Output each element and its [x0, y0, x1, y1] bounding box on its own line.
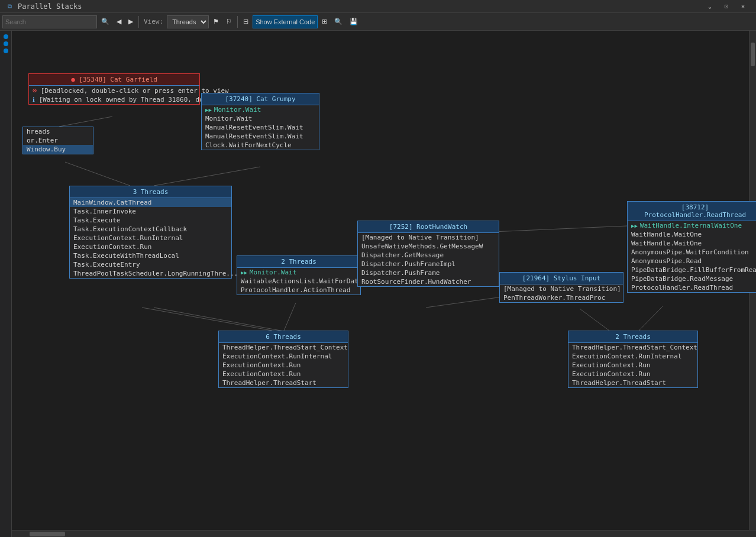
separator-2 — [237, 16, 238, 28]
two-threads-left-row-1: ▶▶Monitor.Wait — [237, 268, 360, 277]
protocol-handler-row-3: WaitHandle.WaitOne — [628, 239, 756, 248]
svg-line-4 — [142, 308, 272, 331]
gutter-dot-1 — [4, 34, 8, 39]
gutter-dot-3 — [4, 48, 8, 53]
two-threads-right-header: 2 Threads — [568, 331, 697, 343]
deadlock-title: [35348] Cat Garfield — [79, 76, 157, 83]
cat-grumpy-row-4: ManualResetEventSlim.Wait — [202, 132, 319, 141]
search2-button[interactable]: 🔍 — [331, 15, 345, 28]
two-threads-left-row-2: WaitableActionsList.WaitForData — [237, 277, 360, 286]
error-icon-1: ⊗ — [33, 86, 37, 95]
two-threads-left-row-3: ProtocolHandler.ActionThread — [237, 286, 360, 295]
protocol-handler-row-5: AnonymousPipe.Read — [628, 257, 756, 266]
two-threads-right-row-1: ThreadHelper.ThreadStart_Context — [568, 343, 697, 352]
two-threads-right-row-2: ExecutionContext.RunInternal — [568, 352, 697, 361]
cat-grumpy-row-5: Clock.WaitForNextCycle — [202, 141, 319, 150]
search-icon-button[interactable]: 🔍 — [98, 15, 112, 28]
three-threads-node[interactable]: 3 Threads MainWindow.CatThread Task.Inne… — [69, 186, 232, 279]
next-button[interactable]: ▶ — [125, 15, 136, 28]
svg-line-10 — [639, 306, 663, 331]
active-indicator-2: ▶▶ — [241, 270, 247, 276]
minimize-button[interactable]: ⌄ — [702, 0, 718, 13]
six-threads-node[interactable]: 6 Threads ThreadHelper.ThreadStart_Conte… — [218, 331, 348, 388]
protocol-handler-row-2: WaitHandle.WaitOne — [628, 230, 756, 239]
deadlock-header: ● [35348] Cat Garfield — [29, 74, 199, 86]
title-bar: ⧉ Parallel Stacks ⌄ ⊡ ✕ — [0, 0, 756, 13]
svg-line-9 — [580, 309, 609, 331]
close-button[interactable]: ✕ — [735, 0, 751, 13]
prev-button[interactable]: ◀ — [114, 15, 124, 28]
protocol-handler-row-4: AnonymousPipe.WaitForCondition — [628, 248, 756, 257]
six-threads-row-1: ThreadHelper.ThreadStart_Context — [219, 343, 348, 352]
horizontal-scrollbar[interactable] — [12, 530, 756, 537]
separator-1 — [138, 16, 139, 28]
root-hwnd-watch-row-1: [Managed to Native Transition] — [358, 233, 499, 242]
protocol-handler-row-6: PipeDataBridge.FillBufferFromReadPipe — [628, 266, 756, 274]
vertical-scrollbar-thumb[interactable] — [751, 43, 755, 66]
six-threads-row-5: ThreadHelper.ThreadStart — [219, 379, 348, 387]
root-hwnd-watch-row-5: Dispatcher.PushFrame — [358, 268, 499, 277]
six-threads-header: 6 Threads — [219, 331, 348, 343]
canvas: ● [35348] Cat Garfield ⊗ [Deadlocked, do… — [12, 31, 756, 537]
gutter-dot-2 — [4, 41, 8, 46]
small-left-row-2: or.Enter — [23, 136, 93, 145]
app-icon: ⧉ — [5, 2, 14, 11]
root-hwnd-watch-header: [7252] RootHwndWatch — [358, 221, 499, 233]
three-threads-row-5: ExecutionContext.RunInternal — [70, 234, 231, 242]
three-threads-row-4: Task.ExecutionContextCallback — [70, 225, 231, 234]
toolbar: 🔍 ◀ ▶ View: Threads Tasks ⚑ ⚐ ⊟ Show Ext… — [0, 13, 756, 31]
protocol-handler-row-8: ProtocolHandler.ReadThread — [628, 283, 756, 292]
two-threads-right-node[interactable]: 2 Threads ThreadHelper.ThreadStart_Conte… — [568, 331, 698, 388]
active-indicator-3: ▶▶ — [631, 223, 638, 229]
stylus-input-node[interactable]: [21964] Stylus Input [Managed to Native … — [499, 272, 623, 303]
main-area: ● [35348] Cat Garfield ⊗ [Deadlocked, do… — [0, 31, 756, 537]
protocol-handler-node[interactable]: [38712] ProtocolHandler.ReadThread ▶▶Wai… — [627, 201, 756, 293]
two-threads-right-row-3: ExecutionContext.Run — [568, 361, 697, 370]
view-label: View: — [144, 18, 163, 25]
svg-line-1 — [65, 162, 130, 186]
three-threads-header: 3 Threads — [70, 186, 231, 198]
protocol-handler-header: [38712] ProtocolHandler.ReadThread — [628, 202, 756, 221]
svg-line-3 — [154, 308, 284, 331]
save-button[interactable]: 💾 — [347, 15, 361, 28]
two-threads-left-node[interactable]: 2 Threads ▶▶Monitor.Wait WaitableActions… — [237, 255, 361, 295]
deadlock-node[interactable]: ● [35348] Cat Garfield ⊗ [Deadlocked, do… — [28, 73, 200, 105]
root-hwnd-watch-row-3: Dispatcher.GetMessage — [358, 251, 499, 260]
cat-grumpy-row-3: ManualResetEventSlim.Wait — [202, 123, 319, 132]
root-hwnd-watch-row-2: UnsafeNativeMethods.GetMessageW — [358, 242, 499, 251]
protocol-handler-row-7: PipeDataBridge.ReadMessage — [628, 274, 756, 283]
flag-button[interactable]: ⚐ — [223, 15, 235, 28]
multi-frame-button[interactable]: ⊞ — [319, 15, 330, 28]
deadlock-row-2: ℹ [Waiting on lock owned by Thread 31860… — [29, 95, 199, 104]
info-icon-1: ℹ — [33, 96, 35, 103]
three-threads-row-3: Task.Execute — [70, 216, 231, 225]
small-left-row-1: hreads — [23, 127, 93, 136]
root-hwnd-watch-node[interactable]: [7252] RootHwndWatch [Managed to Native … — [357, 221, 499, 287]
active-indicator: ▶▶ — [205, 107, 212, 113]
cat-grumpy-row-1: ▶▶Monitor.Wait — [202, 105, 319, 114]
view-select[interactable]: Threads Tasks — [167, 15, 209, 28]
small-left-node[interactable]: hreads or.Enter Window.Buy — [22, 127, 93, 154]
svg-line-0 — [59, 117, 112, 127]
two-threads-right-row-4: ExecutionContext.Run — [568, 370, 697, 379]
filter-button[interactable]: ⚑ — [210, 15, 222, 28]
maximize-button[interactable]: ⊡ — [718, 0, 735, 13]
left-gutter — [0, 31, 12, 537]
show-external-code-label: Show External Code — [256, 18, 315, 25]
three-threads-row-8: Task.ExecuteEntry — [70, 260, 231, 269]
two-threads-left-header: 2 Threads — [237, 256, 360, 268]
frame-toggle-button[interactable]: ⊟ — [240, 15, 251, 28]
cat-grumpy-node[interactable]: [37240] Cat Grumpy ▶▶Monitor.Wait Monito… — [201, 93, 319, 150]
show-external-code-button[interactable]: Show External Code — [253, 15, 318, 28]
app-title: Parallel Stacks — [18, 2, 702, 11]
stylus-input-header: [21964] Stylus Input — [500, 273, 623, 284]
horizontal-scrollbar-thumb[interactable] — [30, 532, 65, 536]
root-hwnd-watch-row-4: Dispatcher.PushFrameImpl — [358, 260, 499, 268]
search-input[interactable] — [2, 15, 97, 28]
svg-line-2 — [154, 167, 260, 186]
protocol-handler-row-1: ▶▶WaitHandle.InternalWaitOne — [628, 221, 756, 230]
six-threads-row-2: ExecutionContext.RunInternal — [219, 352, 348, 361]
small-left-row-3: Window.Buy — [23, 145, 93, 154]
root-hwnd-watch-row-6: RootSourceFinder.HwndWatcher — [358, 277, 499, 286]
six-threads-row-3: ExecutionContext.Run — [219, 361, 348, 370]
